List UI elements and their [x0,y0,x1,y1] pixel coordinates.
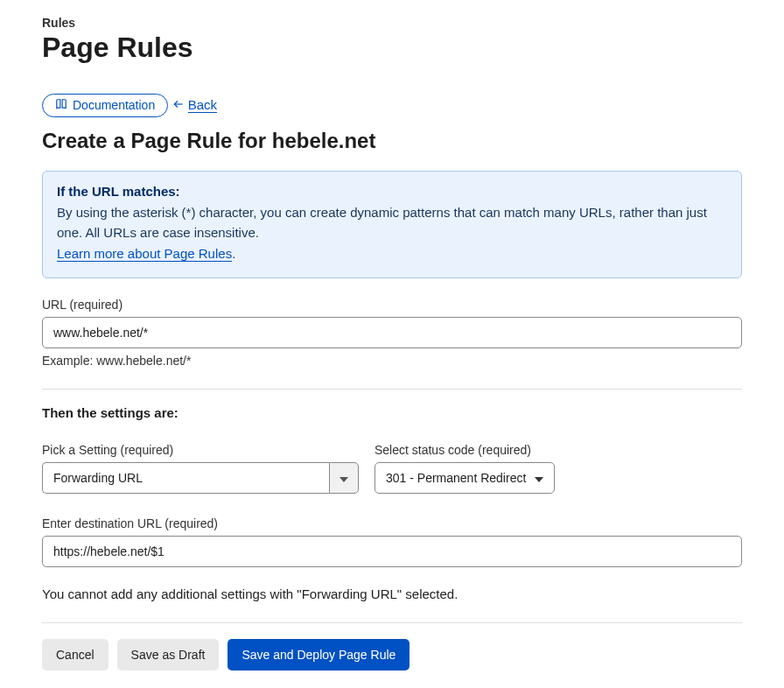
caret-down-icon [340,470,348,486]
info-title: If the URL matches: [57,184,727,199]
documentation-button[interactable]: Documentation [42,94,168,117]
save-draft-button[interactable]: Save as Draft [117,639,220,670]
setting-caret-button[interactable] [329,462,359,494]
cancel-button[interactable]: Cancel [42,639,108,670]
caret-down-icon [533,471,543,485]
status-label: Select status code (required) [374,443,555,457]
url-label: URL (required) [42,298,742,312]
book-icon [55,98,67,113]
documentation-label: Documentation [73,98,155,112]
section-title: Create a Page Rule for hebele.net [42,129,742,153]
divider [42,622,742,623]
then-heading: Then the settings are: [42,405,742,420]
button-row: Cancel Save as Draft Save and Deploy Pag… [42,639,742,670]
info-suffix: . [232,246,235,261]
destination-label: Enter destination URL (required) [42,516,742,530]
url-input[interactable] [42,317,742,348]
setting-select[interactable]: Forwarding URL [42,462,359,494]
status-select[interactable]: 301 - Permanent Redirect [374,462,555,494]
learn-more-link[interactable]: Learn more about Page Rules [57,246,232,262]
setting-label: Pick a Setting (required) [42,443,359,457]
arrow-left-icon [172,98,185,113]
setting-value[interactable]: Forwarding URL [42,462,329,494]
destination-input[interactable] [42,536,742,567]
back-label: Back [188,97,217,113]
page-title: Page Rules [42,32,742,64]
restriction-note: You cannot add any additional settings w… [42,586,742,601]
breadcrumb: Rules [42,16,742,30]
divider [42,389,742,390]
info-body-text: By using the asterisk (*) character, you… [57,205,707,240]
save-deploy-button[interactable]: Save and Deploy Page Rule [228,639,410,670]
status-value: 301 - Permanent Redirect [386,471,526,485]
url-example: Example: www.hebele.net/* [42,354,742,368]
info-box: If the URL matches: By using the asteris… [42,171,742,278]
info-body: By using the asterisk (*) character, you… [57,202,727,263]
back-link[interactable]: Back [172,97,217,113]
